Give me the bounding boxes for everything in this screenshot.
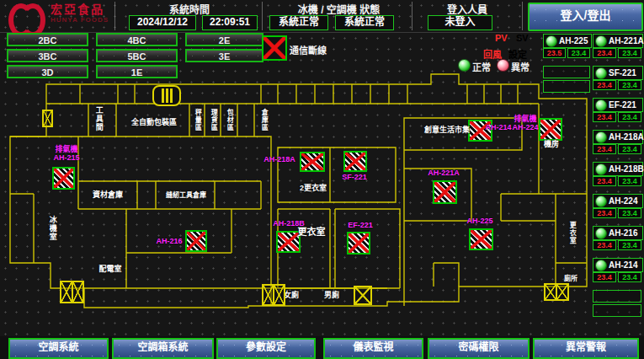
nav-button-2[interactable]: 空調箱系統 xyxy=(112,338,214,359)
header-divider xyxy=(262,2,263,30)
unit-row-ah-218a[interactable]: AH-218A xyxy=(593,130,643,144)
room-label: 更衣室 xyxy=(568,222,575,244)
floor-button-1e[interactable]: 1E xyxy=(96,65,178,78)
comm-loss-marker-ah-225[interactable] xyxy=(469,228,493,250)
floor-button-2bc[interactable]: 2BC xyxy=(7,33,88,46)
unit-pv-value: 23.4 xyxy=(593,112,616,122)
room-label: 更衣室 xyxy=(298,228,326,238)
unit-status-lamp xyxy=(595,131,607,143)
comm-loss-marker-ef-221[interactable] xyxy=(347,232,370,255)
unit-sv-value: 23.4 xyxy=(618,112,641,122)
room-label: 女廁 xyxy=(284,292,299,299)
unit-name-label: AH-214 xyxy=(609,260,637,270)
login-logout-button[interactable]: 登入/登出 xyxy=(528,3,643,31)
unit-status-lamp xyxy=(546,35,557,47)
unit-row-sf-221[interactable]: SF-221 xyxy=(593,66,643,80)
pv-name-label: 回風 xyxy=(483,47,502,61)
floor-button-3e[interactable]: 3E xyxy=(185,49,263,62)
room-label: 廁所 xyxy=(564,276,577,282)
floor-button-grid: 2BC4BC2E3BC5BC3E3D1E xyxy=(7,33,263,78)
room-label: 資材倉庫 xyxy=(93,191,123,199)
stairs-icon xyxy=(60,281,84,303)
unit-pv-value: 23.4 xyxy=(593,272,616,282)
unit-row-ah-214[interactable]: AH-214 xyxy=(593,258,643,272)
unit-values-row: 23.423.4 xyxy=(593,48,641,58)
comm-loss-marker-sf-221[interactable] xyxy=(343,151,367,172)
nav-button-5[interactable]: 密碼權限 xyxy=(428,338,530,359)
floor-button-3bc[interactable]: 3BC xyxy=(7,49,88,62)
comm-loss-marker-ah-215[interactable] xyxy=(52,167,75,190)
nav-button-4[interactable]: 儀表監視 xyxy=(323,338,423,359)
unit-pv-value: 23.4 xyxy=(593,80,616,90)
room-label: 2更衣室 xyxy=(300,185,327,192)
header-divider xyxy=(114,2,115,30)
comm-loss-marker-ah-221a[interactable] xyxy=(433,180,457,204)
unit-values-row: 23.423.4 xyxy=(593,176,641,186)
system-time-value: 22:09:51 xyxy=(202,15,258,30)
unit-row-ef-221[interactable]: EF-221 xyxy=(593,98,643,112)
nav-button-6[interactable]: 異常警報 xyxy=(533,338,639,359)
stairs-cell xyxy=(556,285,567,299)
comm-loss-marker-ah-224[interactable] xyxy=(539,118,562,141)
unit-sv-value: 23.4 xyxy=(618,176,641,186)
unit-values-row: 23.423.4 xyxy=(593,80,641,90)
machine-status-label: 冰機 / 空調機 狀態 xyxy=(278,2,400,16)
unit-pv-value: 23.4 xyxy=(593,208,616,218)
unit-pv-value: 23.4 xyxy=(593,144,616,154)
floor-button-3d[interactable]: 3D xyxy=(7,65,88,78)
unit-row-ah-218b[interactable]: AH-218B xyxy=(593,162,643,176)
unit-values-row: 23.423.4 xyxy=(593,112,641,122)
unit-row-ah-216[interactable]: AH-216 xyxy=(593,226,643,240)
unit-values-row: 23.423.4 xyxy=(593,208,641,218)
unit-name-label: AH-216 xyxy=(609,228,637,238)
system-date-value: 2024/12/12 xyxy=(129,15,196,30)
unit-row-ah-225[interactable]: AH-225 xyxy=(543,34,592,48)
stairs-cell xyxy=(44,111,51,126)
unit-status-lamp xyxy=(595,260,607,271)
unit-name-label: AH-218B xyxy=(609,164,644,174)
unit-sv-value: 23.4 xyxy=(618,208,641,218)
room-label: 倉庫區 xyxy=(260,109,267,131)
unit-name-label: AH-221A xyxy=(609,36,644,46)
stairs-cell xyxy=(546,285,556,299)
unit-plan-label-ah-218a: AH-218A xyxy=(263,156,295,164)
unit-sv-value: 23.4 xyxy=(618,80,641,90)
unit-status-lamp xyxy=(595,67,607,79)
unit-name-label: EF-221 xyxy=(609,100,636,110)
room-label: 包材區 xyxy=(226,109,232,131)
comm-loss-marker-ah-218a[interactable] xyxy=(300,152,325,172)
abnormal-legend-label: 異常 xyxy=(511,60,530,73)
pv-label: PV xyxy=(495,33,508,43)
room-label: 縫紉工具倉庫 xyxy=(166,192,206,199)
normal-lamp-icon xyxy=(458,59,471,72)
unit-status-lamp xyxy=(595,99,607,111)
unit-plan-label-ef-221: EF-221 xyxy=(348,222,373,230)
stairs-icon xyxy=(262,284,285,306)
unit-status-lamp xyxy=(595,228,607,239)
unit-status-lamp xyxy=(595,196,607,207)
unit-sv-value: 23.4 xyxy=(618,272,641,282)
room-label: 配電室 xyxy=(98,265,121,273)
comm-loss-marker-ah-216[interactable] xyxy=(185,230,207,252)
unit-values-row: 23.523.4 xyxy=(543,48,590,58)
comm-loss-legend-icon xyxy=(262,35,287,61)
floor-button-4bc[interactable]: 4BC xyxy=(96,33,178,46)
unit-row-ah-224[interactable]: AH-224 xyxy=(593,194,643,208)
stairs-icon xyxy=(354,286,372,305)
nav-button-1[interactable]: 空調系統 xyxy=(8,338,109,359)
unit-pv-value: 23.4 xyxy=(593,48,616,58)
unit-pv-value: 23.4 xyxy=(593,176,616,186)
nav-button-3[interactable]: 參數設定 xyxy=(216,338,316,359)
elevator-icon xyxy=(152,85,181,106)
unit-row-ah-221a[interactable]: AH-221A xyxy=(593,34,643,48)
stairs-cell xyxy=(61,282,72,302)
unit-name-label: SF-221 xyxy=(609,68,636,78)
floor-button-2e[interactable]: 2E xyxy=(185,33,263,46)
unit-plan-label-ah-215: 排氣機 AH-215 xyxy=(53,146,79,163)
room-label: 工具間 xyxy=(94,106,102,131)
unit-plan-label-ah-216: AH-216 xyxy=(156,238,182,246)
floor-button-5bc[interactable]: 5BC xyxy=(96,49,178,62)
stairs-cell xyxy=(273,286,284,304)
unit-plan-label-sf-221: SF-221 xyxy=(342,174,367,182)
brand-name: 宏亞食品 xyxy=(51,3,143,16)
